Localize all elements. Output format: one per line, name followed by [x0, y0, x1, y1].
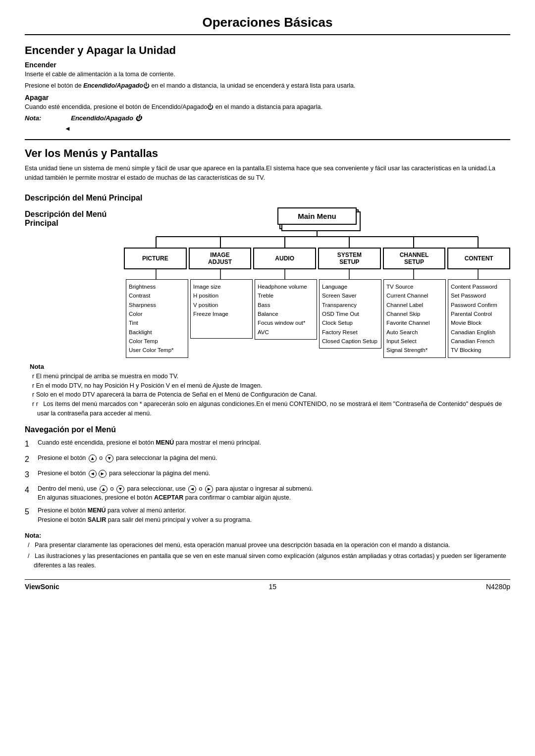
sub-image-adjust: Image size H position V position Freeze …	[190, 279, 253, 339]
section1-title: Encender y Apagar la Unidad	[25, 44, 510, 57]
footer-brand: ViewSonic	[25, 583, 59, 591]
nav-step-2: 2 Presione el botón ▲ o ▼ para seleccion…	[25, 454, 510, 465]
nota-val: Encendido/Apagado ⏻	[71, 114, 141, 122]
category-content: CONTENT	[447, 248, 510, 269]
apagar-line1: Cuando esté encendida, presione el botón…	[25, 102, 510, 112]
nota-key: Nota:	[25, 114, 41, 122]
diagram-subtitle-left: Descripción del Menú Principal	[25, 210, 124, 228]
footer: ViewSonic 15 N4280p	[25, 579, 510, 591]
bottom-nota-title: Nota:	[25, 532, 510, 539]
section2-intro: Esta unidad tiene un sistema de menú sim…	[25, 164, 510, 183]
sub-audio: Headphone volume Treble Bass Balance Foc…	[255, 279, 317, 340]
nav-step-1-num: 1	[25, 438, 34, 450]
bottom-nota-item-1: / Para presentar claramente las operacio…	[25, 541, 510, 550]
categories-row: PICTURE IMAGEADJUST AUDIO SYSTEMSETUP CH…	[124, 248, 510, 269]
nota-encendido: Nota: Encendido/Apagado ⏻	[25, 114, 510, 122]
sub-connector-svg	[124, 269, 510, 279]
section-encender-apagar: Encender y Apagar la Unidad Encender Ins…	[25, 44, 510, 132]
nav-step-5: 5 Presione el botón MENÚ para volver al …	[25, 506, 510, 525]
nav-step-3-text: Presione el botón ◄► para seleccionar la…	[38, 469, 510, 481]
sub-items-row: Brightness Contrast Sharpness Color Tint…	[25, 279, 510, 358]
nav-step-1: 1 Cuando esté encendida, presione el bot…	[25, 438, 510, 450]
left-arrow-indicator: ◄	[64, 125, 510, 132]
category-channel-setup: CHANNELSETUP	[383, 248, 446, 269]
category-system-setup: SYSTEMSETUP	[318, 248, 381, 269]
footer-model: N4280p	[486, 583, 510, 591]
nav-step-5-text: Presione el botón MENÚ para volver al me…	[38, 506, 510, 525]
footer-page: 15	[269, 583, 277, 591]
nota-block-title: Nota	[30, 363, 510, 370]
sub-system-setup: Language Screen Saver Transparency OSD T…	[319, 279, 381, 349]
encender-line2: Presione el botón de Encendido/Apagado⏻ …	[25, 81, 510, 91]
nav-step-4-text: Dentro del menú, use ▲ o ▼ para seleccio…	[38, 484, 510, 503]
page-main-title: Operaciones Básicas	[25, 15, 510, 35]
nav-step-3: 3 Presione el botón ◄► para seleccionar …	[25, 469, 510, 481]
section2-title: Ver los Menús y Pantallas	[25, 147, 510, 160]
category-image-adjust: IMAGEADJUST	[189, 248, 252, 269]
nav-step-3-num: 3	[25, 469, 34, 481]
navegacion-list: 1 Cuando esté encendida, presione el bot…	[25, 438, 510, 525]
nav-step-4-num: 4	[25, 484, 34, 503]
section-divider	[25, 139, 510, 140]
nota-block: Nota El menú principal de arriba se mues…	[30, 363, 510, 418]
section-menus-pantallas: Ver los Menús y Pantallas Esta unidad ti…	[25, 147, 510, 418]
nav-step-2-num: 2	[25, 454, 34, 465]
nav-step-1-text: Cuando esté encendida, presione el botón…	[38, 438, 510, 450]
sub-content: Content Password Set Password Password C…	[448, 279, 510, 358]
category-picture: PICTURE	[124, 248, 187, 269]
navegacion-title: Navegación por el Menú	[25, 425, 510, 434]
category-audio: AUDIO	[253, 248, 316, 269]
menu-diagram: Descripción del Menú Principal Descripci…	[25, 185, 510, 358]
nav-step-2-text: Presione el botón ▲ o ▼ para seleccionar…	[38, 454, 510, 465]
sub-channel-setup: TV Source Current Channel Channel Label …	[383, 279, 446, 358]
navegacion-section: Navegación por el Menú 1 Cuando esté enc…	[25, 425, 510, 525]
nota-item-3: Solo en el modo DTV aparecerá la barra d…	[30, 390, 510, 400]
diagram-subtitle: Descripción del Menú Principal	[25, 194, 187, 202]
encender-subtitle: Encender	[25, 61, 510, 69]
sub-picture: Brightness Contrast Sharpness Color Tint…	[126, 279, 188, 358]
apagar-subtitle: Apagar	[25, 94, 510, 101]
main-menu-box: Main Menu	[277, 207, 357, 225]
encender-line1: Inserte el cable de alimentación a la to…	[25, 70, 510, 79]
nav-step-4: 4 Dentro del menú, use ▲ o ▼ para selecc…	[25, 484, 510, 503]
nota-item-2: En el modo DTV, no hay Posición H y Posi…	[30, 381, 510, 391]
nota-item-4: r Los ítems del menú marcados con * apar…	[30, 400, 510, 418]
bottom-nota-item-2: / Las ilustraciones y las presentaciones…	[25, 552, 510, 570]
nav-step-5-num: 5	[25, 506, 34, 525]
bottom-nota-section: Nota: / Para presentar claramente las op…	[25, 532, 510, 570]
nota-item-1: El menú principal de arriba se muestra e…	[30, 372, 510, 381]
